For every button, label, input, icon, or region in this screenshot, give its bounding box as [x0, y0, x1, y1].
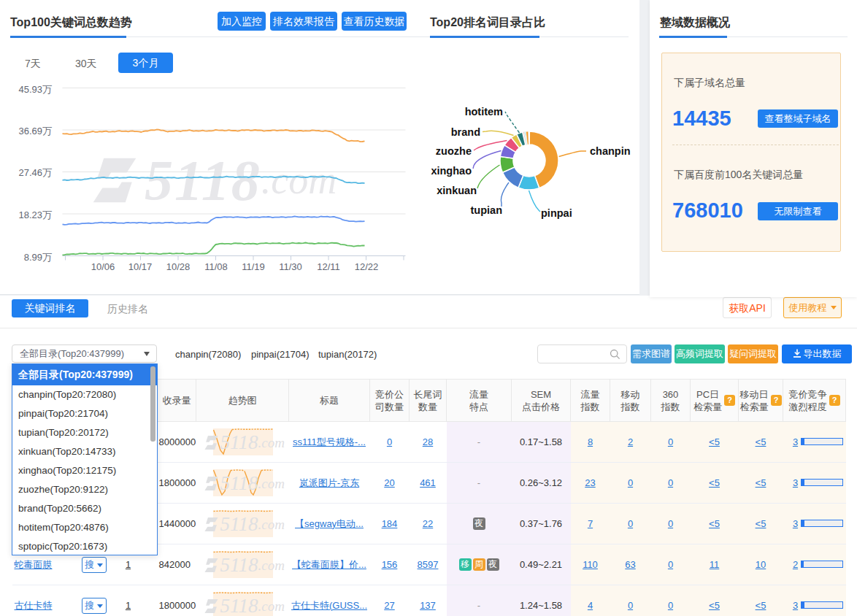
- svg-text:chanpin: chanpin: [590, 145, 631, 157]
- svg-text:brand: brand: [451, 126, 480, 138]
- svg-text:xinghao: xinghao: [431, 165, 472, 177]
- svg-text:tupian: tupian: [471, 204, 503, 216]
- svg-text:hotitem: hotitem: [465, 106, 503, 118]
- svg-text:xinkuan: xinkuan: [437, 185, 477, 196]
- svg-text:pinpai: pinpai: [541, 207, 572, 219]
- svg-text:zuozhe: zuozhe: [436, 145, 472, 157]
